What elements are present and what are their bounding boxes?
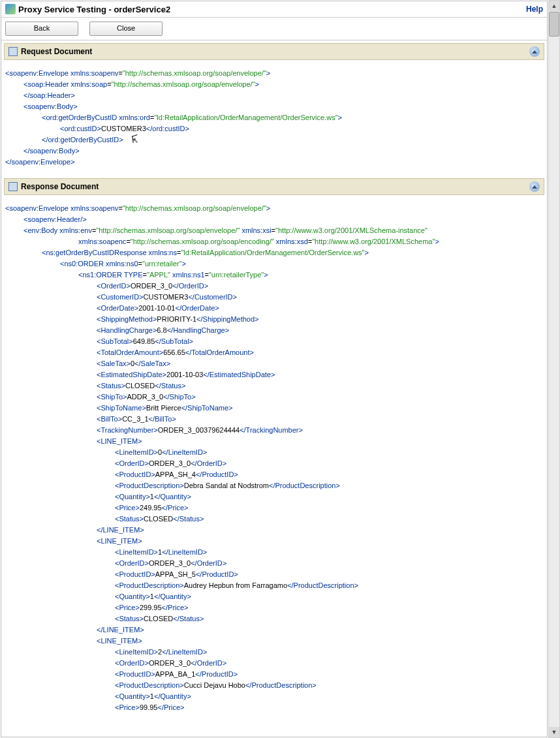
response-panel-header[interactable]: Response Document bbox=[4, 178, 544, 195]
request-document-body: <soapenv:Envelope xmlns:soapenv="http://… bbox=[1, 63, 547, 176]
toolbar: Back Close bbox=[1, 18, 547, 40]
back-button[interactable]: Back bbox=[5, 22, 78, 36]
app-window: Proxy Service Testing - orderService2 He… bbox=[1, 1, 548, 737]
scroll-down-arrow[interactable]: ▼ bbox=[549, 727, 559, 737]
cursor-icon: ↖ bbox=[132, 135, 140, 146]
request-panel-header[interactable]: Request Document bbox=[4, 43, 544, 60]
response-panel-title: Response Document bbox=[21, 182, 99, 191]
collapse-icon[interactable] bbox=[529, 46, 540, 57]
request-panel-title: Request Document bbox=[21, 47, 92, 56]
scrollbar-thumb[interactable] bbox=[549, 12, 559, 37]
response-document-body: <soapenv:Envelope xmlns:soapenv="http://… bbox=[1, 198, 547, 721]
title-bar: Proxy Service Testing - orderService2 He… bbox=[1, 1, 547, 18]
page-title: Proxy Service Testing - orderService2 bbox=[18, 5, 170, 14]
document-icon bbox=[8, 47, 18, 56]
scroll-up-arrow[interactable]: ▲ bbox=[549, 1, 559, 11]
collapse-icon[interactable] bbox=[529, 181, 540, 192]
document-icon bbox=[8, 182, 18, 191]
vertical-scrollbar[interactable]: ▲ ▼ bbox=[548, 0, 560, 738]
service-icon bbox=[5, 4, 16, 14]
close-button[interactable]: Close bbox=[89, 22, 163, 36]
help-link[interactable]: Help bbox=[526, 5, 543, 14]
